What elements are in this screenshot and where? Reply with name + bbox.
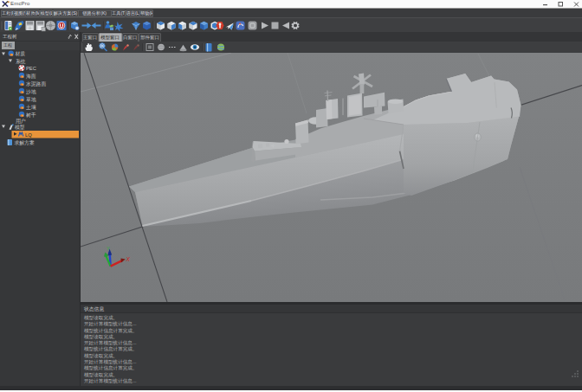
svg-text:用户: 用户: [16, 118, 26, 125]
svg-text:草地: 草地: [26, 97, 36, 102]
svg-text:海面: 海面: [26, 73, 36, 80]
svg-text:系统: 系统: [16, 58, 26, 65]
svg-text:树干: 树干: [26, 112, 36, 118]
svg-text:PEC: PEC: [26, 66, 36, 71]
svg-text:X: X: [126, 256, 131, 262]
svg-text:Y: Y: [107, 246, 110, 251]
svg-text:模型: 模型: [15, 124, 25, 130]
svg-text:沙地: 沙地: [26, 89, 36, 95]
svg-text:土壤: 土壤: [26, 105, 36, 110]
svg-text:材质: 材质: [15, 51, 26, 57]
svg-text:求解方案: 求解方案: [15, 140, 35, 146]
svg-text:Q: Q: [100, 44, 104, 48]
svg-text:LQ: LQ: [25, 132, 32, 138]
svg-text:水泥路面: 水泥路面: [25, 80, 46, 87]
